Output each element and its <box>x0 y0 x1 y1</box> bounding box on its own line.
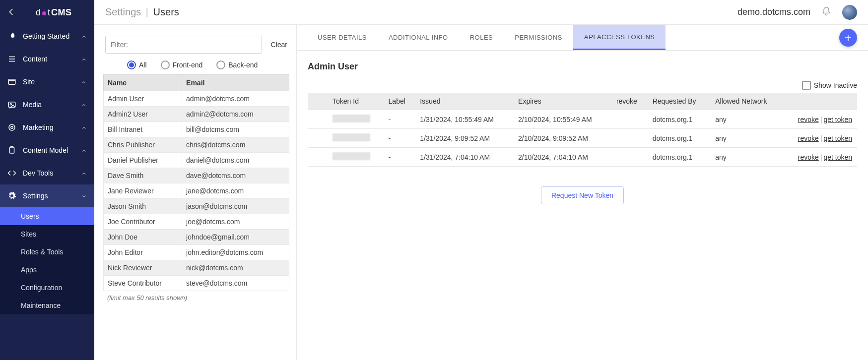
nav-label: Content <box>23 55 74 63</box>
panel: Admin User Show Inactive Token Id Label … <box>297 51 868 360</box>
chevron-down-icon <box>81 193 87 199</box>
back-arrow-icon[interactable] <box>7 7 16 18</box>
revoke-link[interactable]: revoke <box>798 116 819 123</box>
token-expires-cell: 2/10/2024, 7:04:10 AM <box>513 148 611 167</box>
token-requestedby-cell: dotcms.org.1 <box>648 129 711 148</box>
nav-label: Settings <box>23 192 74 200</box>
nav-item-media[interactable]: Media <box>0 93 94 116</box>
nav-item-content[interactable]: Content <box>0 48 94 70</box>
user-email: admin@dotcms.com <box>182 91 289 107</box>
token-expires-cell: 2/10/2024, 9:09:52 AM <box>513 129 611 148</box>
nav-item-site[interactable]: Site <box>0 70 94 93</box>
nav-item-getting-started[interactable]: Getting Started <box>0 25 94 48</box>
brand-part2: t <box>48 7 50 18</box>
user-row[interactable]: Daniel Publisherdaniel@dotcms.com <box>104 153 289 168</box>
user-name: Dave Smith <box>104 168 182 183</box>
user-email: admin2@dotcms.com <box>182 107 289 122</box>
token-actions-cell: revoke|get token <box>783 148 857 167</box>
token-actions-cell: revoke|get token <box>783 110 857 129</box>
get-token-link[interactable]: get token <box>823 116 852 123</box>
token-allowed-cell: any <box>710 129 783 148</box>
radio-all[interactable]: All <box>127 60 147 69</box>
limit-note: (limit max 50 results shown) <box>103 291 289 304</box>
clear-link[interactable]: Clear <box>271 41 287 49</box>
tabs-row: USER DETAILSADDITIONAL INFOROLESPERMISSI… <box>297 25 868 51</box>
user-row[interactable]: John Editorjohn.editor@dotcms.com <box>104 245 289 260</box>
subnav-sites[interactable]: Sites <box>0 225 94 243</box>
chevron-up-icon <box>81 33 87 39</box>
token-label-cell: - <box>384 129 415 148</box>
subnav-maintenance[interactable]: Maintenance <box>0 297 94 314</box>
request-new-token-button[interactable]: Request New Token <box>541 186 624 204</box>
radio-backend[interactable]: Back-end <box>216 60 258 69</box>
settings-subnav: UsersSitesRoles & ToolsAppsConfiguration… <box>0 207 94 314</box>
user-row[interactable]: Jane Reviewerjane@dotcms.com <box>104 183 289 199</box>
user-email: dave@dotcms.com <box>182 168 289 183</box>
user-row[interactable]: Admin Useradmin@dotcms.com <box>104 91 289 107</box>
tab-additional-info[interactable]: ADDITIONAL INFO <box>378 25 459 50</box>
content-row: Clear All Front-end Back-end Name <box>94 25 868 360</box>
user-name: Bill Intranet <box>104 122 182 137</box>
tab-permissions[interactable]: PERMISSIONS <box>504 25 573 50</box>
get-token-link[interactable]: get token <box>823 134 852 142</box>
user-row[interactable]: Nick Reviewernick@dotcms.com <box>104 260 289 276</box>
list-icon <box>7 55 16 63</box>
revoke-link[interactable]: revoke <box>798 134 819 142</box>
bell-icon[interactable] <box>821 6 831 18</box>
get-token-link[interactable]: get token <box>823 153 852 161</box>
tab-roles[interactable]: ROLES <box>459 25 504 50</box>
user-row[interactable]: John Doejohndoe@gmail.com <box>104 230 289 245</box>
user-row[interactable]: Steve Contributorsteve@dotcms.com <box>104 276 289 291</box>
subnav-apps[interactable]: Apps <box>0 261 94 279</box>
panel-title: Admin User <box>308 61 857 72</box>
user-table: Name Email Admin Useradmin@dotcms.comAdm… <box>103 74 289 291</box>
chevron-up-icon <box>81 102 87 108</box>
user-row[interactable]: Dave Smithdave@dotcms.com <box>104 168 289 183</box>
gear-icon <box>7 191 16 200</box>
tab-api-access-tokens[interactable]: API ACCESS TOKENS <box>573 25 666 50</box>
revoke-link[interactable]: revoke <box>798 153 819 161</box>
nav-item-settings[interactable]: Settings <box>0 184 94 207</box>
nav-item-dev-tools[interactable]: Dev Tools <box>0 162 94 184</box>
nav-item-marketing[interactable]: Marketing <box>0 116 94 139</box>
user-name: Nick Reviewer <box>104 260 182 276</box>
main: Settings | Users demo.dotcms.com Clear A… <box>94 0 868 360</box>
nav-item-content-model[interactable]: Content Model <box>0 139 94 162</box>
subnav-users[interactable]: Users <box>0 207 94 225</box>
user-email: daniel@dotcms.com <box>182 153 289 168</box>
left-pane: Clear All Front-end Back-end Name <box>94 25 297 360</box>
subnav-roles-tools[interactable]: Roles & Tools <box>0 243 94 261</box>
token-allowed-cell: any <box>710 148 783 167</box>
token-row: -1/31/2024, 10:55:49 AM2/10/2024, 10:55:… <box>308 110 857 129</box>
user-name: Daniel Publisher <box>104 153 182 168</box>
token-revoke-cell <box>611 110 648 129</box>
tab-user-details[interactable]: USER DETAILS <box>307 25 378 50</box>
token-id-cell <box>328 148 384 167</box>
radio-frontend[interactable]: Front-end <box>161 60 203 69</box>
subnav-configuration[interactable]: Configuration <box>0 279 94 297</box>
user-email: jason@dotcms.com <box>182 199 289 214</box>
user-row[interactable]: Jason Smithjason@dotcms.com <box>104 199 289 214</box>
token-revoke-cell <box>611 148 648 167</box>
token-id-blur <box>333 133 370 141</box>
col-revoke: revoke <box>611 93 648 110</box>
token-row: -1/31/2024, 7:04:10 AM2/10/2024, 7:04:10… <box>308 148 857 167</box>
token-label-cell: - <box>384 148 415 167</box>
show-inactive-checkbox[interactable] <box>802 81 811 90</box>
add-button[interactable] <box>839 29 857 47</box>
user-row[interactable]: Chris Publisherchris@dotcms.com <box>104 137 289 153</box>
show-inactive-row: Show Inactive <box>308 81 857 90</box>
user-row[interactable]: Admin2 Useradmin2@dotcms.com <box>104 107 289 122</box>
token-label-cell: - <box>384 110 415 129</box>
nav-label: Getting Started <box>23 32 74 40</box>
token-id-blur <box>333 152 370 160</box>
user-email: nick@dotcms.com <box>182 260 289 276</box>
user-row[interactable]: Joe Contributorjoe@dotcms.com <box>104 214 289 230</box>
user-name: Steve Contributor <box>104 276 182 291</box>
token-table: Token Id Label Issued Expires revoke Req… <box>308 93 857 167</box>
filter-input[interactable] <box>105 36 262 54</box>
user-row[interactable]: Bill Intranetbill@dotcms.com <box>104 122 289 137</box>
filter-radios: All Front-end Back-end <box>103 60 289 74</box>
avatar[interactable] <box>842 5 857 20</box>
clipboard-icon <box>7 146 16 155</box>
